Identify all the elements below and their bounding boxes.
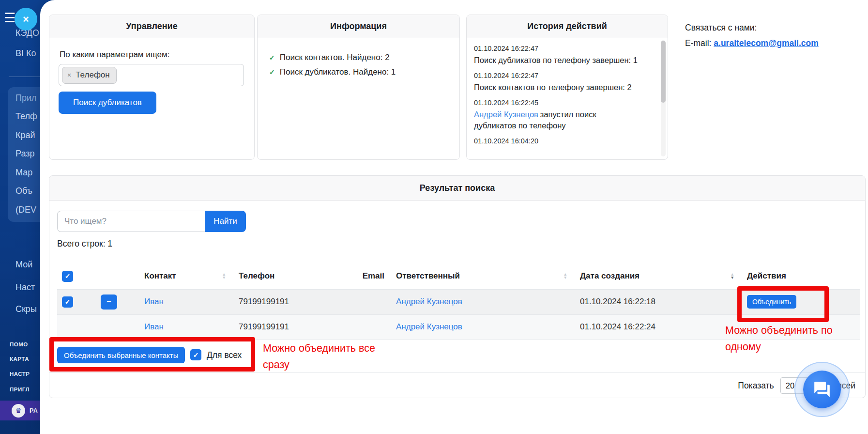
history-entry: 01.10.2024 16:22:45 Андрей Кузнецовзапус…: [474, 99, 653, 131]
params-label: По каким параметрам ищем:: [60, 50, 169, 60]
annotation-text-single: Можно объединить по одному: [725, 322, 853, 355]
info-line: ✓ Поиск дубликатов. Найдено: 1: [269, 67, 459, 77]
history-text: Поиск контактов по телефону завершен: 2: [474, 82, 639, 93]
merge-one-button[interactable]: Объединить: [747, 295, 796, 309]
col-owner: Ответственный: [396, 271, 460, 281]
row-checkbox[interactable]: ✓: [62, 296, 73, 308]
table-search: Найти: [57, 211, 246, 232]
sidebar-footer-label: РА: [30, 407, 38, 414]
history-entry: 01.10.2024 16:04:20: [474, 137, 653, 145]
chat-icon: [813, 380, 831, 399]
params-multiselect[interactable]: × Телефон: [59, 64, 244, 86]
check-icon: ✓: [65, 298, 71, 306]
show-label: Показать: [738, 381, 774, 391]
pagination-bar: Показать 20 ▾ записей: [49, 372, 865, 398]
sidebar-item-invite[interactable]: ПРИГЛ: [10, 387, 30, 392]
col-email: Email: [363, 271, 384, 280]
col-created: Дата создания: [580, 271, 640, 281]
history-time: 01.10.2024 16:22:47: [474, 72, 653, 79]
search-input[interactable]: [57, 211, 205, 232]
for-all-checkbox[interactable]: ✓: [190, 349, 201, 360]
sidebar-item-moi[interactable]: Мой: [15, 260, 32, 270]
param-tag: × Телефон: [62, 67, 117, 84]
param-tag-label: Телефон: [76, 70, 110, 80]
history-card-title: История действий: [467, 15, 668, 38]
sidebar-item-skry[interactable]: Скры: [15, 304, 37, 314]
sidebar-item-ob[interactable]: Объ: [15, 186, 32, 196]
find-button[interactable]: Найти: [205, 211, 246, 232]
col-contact: Контакт: [144, 271, 176, 281]
sidebar-item-bi[interactable]: BI Ко: [15, 48, 36, 59]
email-label: E-mail:: [685, 38, 711, 48]
info-line: ✓ Поиск контактов. Найдено: 2: [269, 53, 459, 62]
history-text: Поиск дубликатов по телефону завершен: 1: [474, 55, 639, 66]
merge-selected-button[interactable]: Объединить выбранные контакты: [57, 347, 185, 363]
info-card: Информация ✓ Поиск контактов. Найдено: 2…: [257, 15, 460, 160]
sort-contact-icon[interactable]: ▲▼: [222, 273, 226, 280]
sidebar-item-razr[interactable]: Разр: [15, 149, 34, 159]
sidebar-item-nast[interactable]: Наст: [15, 282, 35, 293]
owner-link[interactable]: Андрей Кузнецов: [396, 297, 462, 306]
sidebar-item-telf[interactable]: Телф: [15, 111, 37, 122]
col-phone: Телефон: [239, 271, 274, 280]
results-card-title: Результат поиска: [49, 176, 865, 201]
info-card-title: Информация: [258, 15, 459, 38]
menu-icon[interactable]: ☰: [4, 12, 15, 25]
col-actions: Действия: [747, 271, 786, 280]
sidebar-item-mar[interactable]: Мар: [15, 168, 32, 178]
sidebar-item-pril[interactable]: Прил: [15, 93, 37, 103]
user-link[interactable]: Андрей Кузнецов: [474, 110, 538, 119]
history-text: Андрей Кузнецовзапустил поиск дубликатов…: [474, 109, 639, 131]
contact-block: Связаться с нами: E-mail: a.uraltelecom@…: [685, 23, 819, 48]
contact-link[interactable]: Иван: [144, 297, 164, 306]
sort-owner-icon[interactable]: ▲▼: [563, 273, 567, 280]
results-card: Результат поиска Найти Всего строк: 1 ✓ …: [49, 175, 866, 398]
collapse-group-button[interactable]: −: [101, 294, 117, 310]
created-cell: 01.10.2024 16:22:18: [580, 297, 655, 306]
sidebar-item-help[interactable]: ПОМО: [10, 341, 28, 347]
email-link[interactable]: a.uraltelecom@gmail.com: [714, 38, 818, 48]
sort-created-icon[interactable]: ▲▼: [731, 273, 734, 280]
phone-cell: 79199199191: [239, 322, 289, 331]
phone-cell: 79199199191: [239, 297, 289, 306]
sidebar-item-dev[interactable]: (DEV: [15, 205, 36, 215]
table-row: ✓ − Иван 79199199191 Андрей Кузнецов 01.…: [57, 289, 860, 314]
history-card: История действий 01.10.2024 16:22:47 Пои…: [466, 15, 668, 160]
check-icon: ✓: [65, 272, 71, 280]
minus-icon: −: [107, 297, 111, 307]
contact-link[interactable]: Иван: [144, 322, 164, 331]
sidebar-item-settings[interactable]: НАСТР: [10, 371, 30, 377]
history-time: 01.10.2024 16:04:20: [474, 137, 653, 145]
history-list: 01.10.2024 16:22:47 Поиск дубликатов по …: [467, 38, 668, 159]
info-line-text: Поиск контактов. Найдено: 2: [280, 53, 390, 62]
check-icon: ✓: [269, 54, 275, 62]
close-button[interactable]: ×: [15, 8, 37, 31]
sidebar-item-krai[interactable]: Край: [15, 130, 35, 140]
close-icon: ×: [23, 13, 29, 26]
sidebar-item-map[interactable]: КАРТА: [10, 356, 29, 362]
history-time: 01.10.2024 16:22:47: [474, 45, 653, 52]
owner-link[interactable]: Андрей Кузнецов: [396, 322, 462, 331]
chat-widget-button[interactable]: [803, 371, 841, 408]
check-icon: ✓: [193, 351, 199, 359]
history-scrollbar-thumb[interactable]: [661, 41, 666, 103]
management-card: Управление По каким параметрам ищем: × Т…: [49, 15, 255, 160]
annotation-text-bulk: Можно объединить все сразу: [263, 340, 381, 373]
remove-tag-icon[interactable]: ×: [67, 71, 71, 79]
crown-icon: ♛: [12, 404, 25, 418]
for-all-label: Для всех: [207, 350, 242, 360]
total-rows-label: Всего строк: 1: [57, 239, 112, 249]
history-entry: 01.10.2024 16:22:47 Поиск контактов по т…: [474, 72, 653, 93]
table-header-row: ✓ Контакт ▲▼ Телефон Email Ответственный…: [57, 264, 860, 289]
history-entry: 01.10.2024 16:22:47 Поиск дубликатов по …: [474, 45, 653, 66]
history-scrollbar: [661, 40, 666, 156]
management-card-title: Управление: [49, 15, 254, 38]
info-line-text: Поиск дубликатов. Найдено: 1: [280, 67, 396, 77]
created-cell: 01.10.2024 16:22:24: [580, 322, 655, 331]
page-size-value: 20: [786, 381, 794, 390]
history-time: 01.10.2024 16:22:45: [474, 99, 653, 107]
select-all-checkbox[interactable]: ✓: [62, 271, 73, 282]
search-duplicates-button[interactable]: Поиск дубликатов: [59, 92, 156, 114]
contact-title: Связаться с нами:: [685, 23, 819, 33]
check-icon: ✓: [269, 68, 275, 76]
